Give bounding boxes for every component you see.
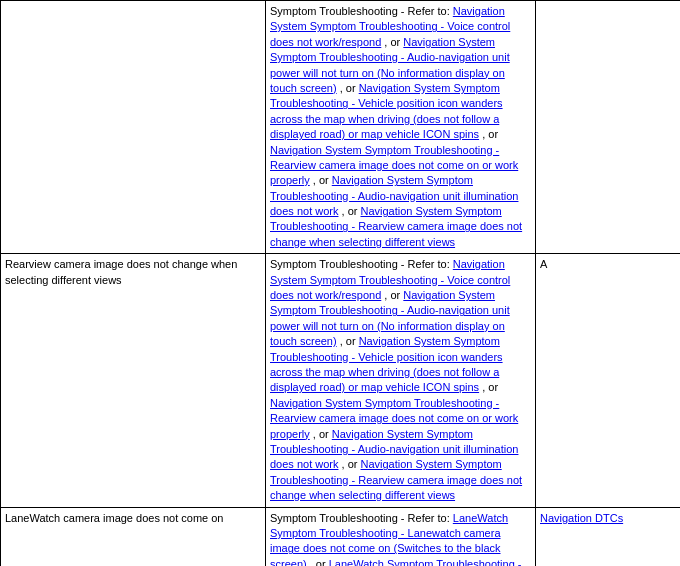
- table-row-2: Rearview camera image does not change wh…: [1, 254, 681, 507]
- symptom-cell-3: LaneWatch camera image does not come on: [1, 507, 266, 566]
- symptom-text-3: LaneWatch camera image does not come on: [5, 512, 224, 524]
- sep-2b: , or: [340, 335, 359, 347]
- dtc-cell-2: A: [536, 254, 681, 507]
- dtc-value-2: A: [540, 258, 547, 270]
- troubleshooting-cell-3: Symptom Troubleshooting - Refer to: Lane…: [266, 507, 536, 566]
- sep-1e: , or: [342, 205, 361, 217]
- sep-1b: , or: [340, 82, 359, 94]
- navigation-dtcs-link[interactable]: Navigation DTCs: [540, 512, 623, 524]
- sep-2e: , or: [342, 458, 361, 470]
- sep-3a: , or: [310, 558, 329, 566]
- sep-2c: , or: [482, 381, 498, 393]
- sep-1a: , or: [384, 36, 403, 48]
- dtc-cell-3: Navigation DTCs: [536, 507, 681, 566]
- table-row-3: LaneWatch camera image does not come on …: [1, 507, 681, 566]
- troubleshooting-cell-2: Symptom Troubleshooting - Refer to: Navi…: [266, 254, 536, 507]
- symptom-cell-2: Rearview camera image does not change wh…: [1, 254, 266, 507]
- troubleshooting-prefix-3: Symptom Troubleshooting - Refer to:: [270, 512, 453, 524]
- link-lanewatch-noswitch[interactable]: LaneWatch Symptom Troubleshooting - Does…: [270, 558, 522, 566]
- symptom-text-2: Rearview camera image does not change wh…: [5, 258, 237, 285]
- sep-1c: , or: [482, 128, 498, 140]
- sep-2a: , or: [384, 289, 403, 301]
- symptom-cell-1: [1, 1, 266, 254]
- troubleshooting-prefix-1: Symptom Troubleshooting - Refer to:: [270, 5, 453, 17]
- troubleshooting-prefix-2: Symptom Troubleshooting - Refer to:: [270, 258, 453, 270]
- dtc-cell-1: [536, 1, 681, 254]
- table-row-1: Symptom Troubleshooting - Refer to: Navi…: [1, 1, 681, 254]
- sep-2d: , or: [313, 428, 332, 440]
- troubleshooting-cell-1: Symptom Troubleshooting - Refer to: Navi…: [266, 1, 536, 254]
- sep-1d: , or: [313, 174, 332, 186]
